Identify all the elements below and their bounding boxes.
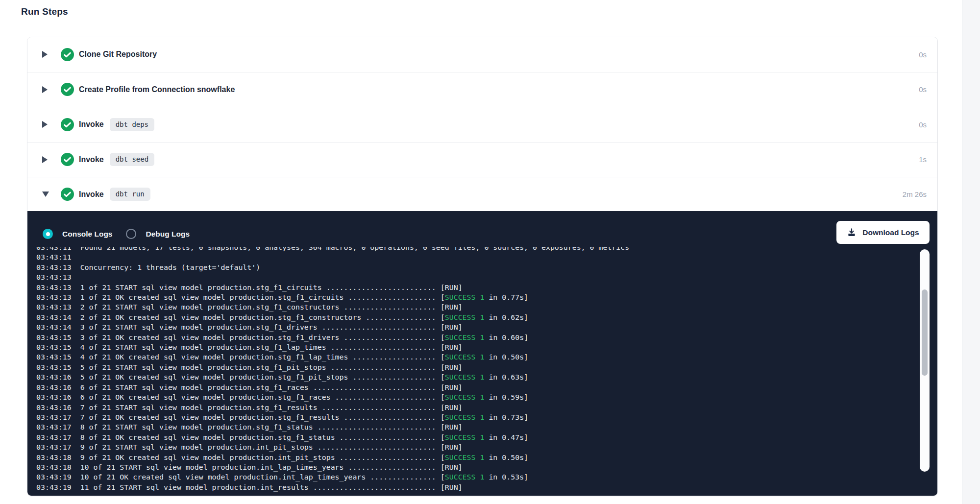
step-row[interactable]: Invoke dbt run 2m 26s (27, 177, 937, 211)
step-duration: 2m 26s (903, 190, 927, 198)
log-line: 03:43:15 3 of 21 OK created sql view mod… (36, 333, 918, 342)
log-scrollbar-track[interactable] (920, 249, 930, 472)
debug-logs-radio[interactable]: Debug Logs (126, 229, 190, 239)
success-check-icon (61, 83, 74, 96)
log-line: 03:43:19 10 of 21 OK created sql view mo… (36, 472, 918, 482)
log-line: 03:43:16 7 of 21 START sql view model pr… (36, 403, 918, 412)
download-logs-label: Download Logs (862, 228, 919, 237)
step-duration: 0s (919, 50, 927, 59)
log-line: 03:43:16 5 of 21 OK created sql view mod… (36, 372, 918, 382)
download-icon (847, 228, 857, 238)
step-row[interactable]: Clone Git Repository 0s (27, 37, 937, 72)
log-viewport[interactable]: 03:43:11 Found 21 models, 17 tests, 0 sn… (36, 247, 918, 493)
log-line: 03:43:14 3 of 21 START sql view model pr… (36, 322, 918, 332)
log-tabs: Console Logs Debug Logs (43, 229, 190, 239)
step-command-badge: dbt deps (110, 118, 154, 131)
log-line: 03:43:13 (36, 272, 918, 282)
log-line: 03:43:15 4 of 21 START sql view model pr… (36, 342, 918, 352)
chevron-right-icon[interactable] (42, 156, 48, 163)
success-check-icon (61, 118, 74, 131)
step-row[interactable]: Invoke dbt deps 0s (27, 107, 937, 143)
log-scrollbar-thumb[interactable] (922, 289, 928, 376)
radio-unselected-icon[interactable] (126, 229, 136, 239)
success-check-icon (61, 48, 74, 61)
log-line: 03:43:19 11 of 21 START sql view model p… (36, 482, 918, 492)
page-right-gutter (962, 0, 980, 504)
download-logs-button[interactable]: Download Logs (836, 221, 930, 244)
log-line: 03:43:13 1 of 21 OK created sql view mod… (36, 292, 918, 302)
step-duration: 1s (919, 155, 927, 164)
console-panel: Console Logs Debug Logs Download Logs 03… (27, 211, 937, 496)
console-logs-radio[interactable]: Console Logs (43, 229, 112, 239)
log-output: 03:43:11 Found 21 models, 17 tests, 0 sn… (36, 247, 918, 492)
console-logs-label: Console Logs (62, 230, 112, 239)
log-line: 03:43:11 Found 21 models, 17 tests, 0 sn… (36, 247, 918, 252)
log-line: 03:43:13 Concurrency: 1 threads (target=… (36, 263, 918, 272)
step-label: Invoke (79, 120, 104, 129)
step-label: Create Profile from Connection snowflake (79, 85, 235, 94)
step-row[interactable]: Invoke dbt seed 1s (27, 143, 937, 178)
log-line: 03:43:14 2 of 21 OK created sql view mod… (36, 312, 918, 322)
step-label: Invoke (79, 190, 104, 199)
step-label: Clone Git Repository (79, 50, 157, 59)
log-line: 03:43:16 6 of 21 OK created sql view mod… (36, 392, 918, 402)
chevron-right-icon[interactable] (42, 121, 48, 128)
step-duration: 0s (919, 120, 927, 129)
log-line: 03:43:17 7 of 21 OK created sql view mod… (36, 412, 918, 422)
log-line: 03:43:17 9 of 21 START sql view model pr… (36, 442, 918, 452)
debug-logs-label: Debug Logs (146, 230, 190, 239)
step-duration: 0s (919, 85, 927, 94)
log-line: 03:43:15 5 of 21 START sql view model pr… (36, 362, 918, 372)
log-line: 03:43:13 2 of 21 START sql view model pr… (36, 302, 918, 312)
log-line: 03:43:13 1 of 21 START sql view model pr… (36, 283, 918, 292)
log-line: 03:43:17 8 of 21 START sql view model pr… (36, 422, 918, 432)
step-label: Invoke (79, 155, 104, 164)
chevron-right-icon[interactable] (42, 51, 48, 58)
chevron-right-icon[interactable] (42, 86, 48, 93)
log-line: 03:43:11 (36, 252, 918, 262)
page-title: Run Steps (21, 6, 68, 17)
chevron-down-icon[interactable] (42, 192, 49, 197)
step-row[interactable]: Create Profile from Connection snowflake… (27, 72, 937, 108)
log-line: 03:43:15 4 of 21 OK created sql view mod… (36, 352, 918, 362)
step-command-badge: dbt run (110, 188, 150, 201)
radio-selected-icon[interactable] (43, 229, 53, 239)
success-check-icon (61, 153, 74, 166)
success-check-icon (61, 188, 74, 201)
log-line: 03:43:17 8 of 21 OK created sql view mod… (36, 432, 918, 442)
log-line: 03:43:18 9 of 21 OK created sql view mod… (36, 453, 918, 462)
step-command-badge: dbt seed (110, 153, 154, 166)
log-line: 03:43:16 6 of 21 START sql view model pr… (36, 383, 918, 392)
log-line: 03:43:18 10 of 21 START sql view model p… (36, 462, 918, 472)
run-steps-card: Clone Git Repository 0s Create Profile f… (27, 37, 938, 496)
